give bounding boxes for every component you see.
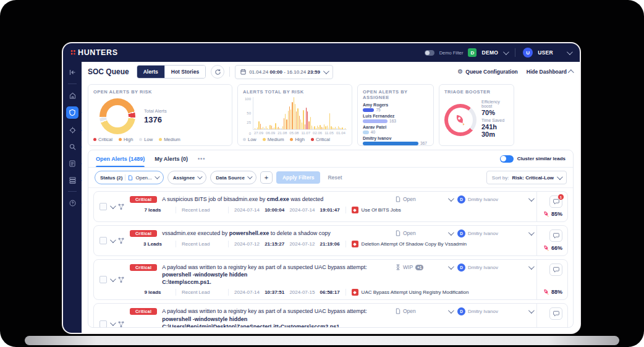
data-sources-icon[interactable]: › — [66, 174, 78, 186]
row-checkbox[interactable] — [100, 276, 107, 283]
comments-button[interactable] — [549, 229, 562, 242]
efficiency-value: 70% — [481, 109, 509, 116]
legend-dot — [311, 138, 314, 141]
add-filter-button[interactable]: + — [260, 171, 273, 184]
risk-area-legend: Low Medium High Critical — [243, 135, 347, 142]
severity-badge: Critical — [130, 308, 157, 315]
divider — [515, 48, 515, 57]
legend-dot — [159, 138, 162, 141]
chevron-down-icon — [528, 195, 535, 202]
detections-icon[interactable]: › — [66, 124, 78, 135]
comments-button[interactable] — [549, 263, 562, 276]
alert-title: A suspicious BITS job of bitsadmin.exe b… — [162, 195, 391, 203]
status-select[interactable]: Open — [396, 308, 452, 314]
alert-row[interactable]: Critical A payload was written to a regi… — [93, 303, 568, 327]
assignee-bar-item: Luis Fernandez 163 — [363, 114, 428, 123]
status-select[interactable]: Open — [396, 196, 452, 202]
status-select[interactable]: WIP +1 — [396, 264, 452, 270]
soc-queue-icon[interactable]: › — [66, 106, 78, 119]
leads-count: 9 leads — [130, 289, 176, 296]
dashboard-cards: OPEN ALERTS BY RISK Total Alerts 1376 Cr… — [82, 82, 580, 150]
cluster-similar-leads-toggle[interactable] — [500, 155, 514, 163]
alert-row[interactable]: Critical A payload was written to a regi… — [93, 259, 568, 300]
tab-alerts[interactable]: Alerts — [137, 66, 164, 78]
help-icon[interactable]: › — [66, 197, 78, 208]
open-alerts-by-assignee-card: OPEN ALERTS BY ASSIGNEE Amy Rogers 75 Lu… — [357, 84, 434, 146]
user-chevron-down-icon[interactable] — [567, 49, 573, 55]
detector-icon — [352, 207, 358, 213]
hunters-logo-mark-icon — [70, 49, 76, 56]
assignee-bar — [363, 131, 369, 134]
assignee-avatar: D — [457, 263, 465, 272]
user-avatar: U — [523, 48, 533, 58]
assignee-name: Dmitry Ivanov — [468, 309, 498, 314]
status-filter-chip[interactable]: Status (2) Open... — [95, 171, 164, 184]
comment-icon — [553, 311, 559, 317]
assignee-select[interactable]: D Dmitry Ivanov — [457, 263, 536, 272]
legend-dot — [290, 138, 293, 141]
alert-title: vssadmin.exe executed by powershell.exe … — [162, 229, 391, 237]
alert-row[interactable]: Critical A suspicious BITS job of bitsad… — [93, 191, 568, 222]
assignee-bar-chart: Amy Rogers 75 Luis Fernandez 163 Aarav P… — [363, 103, 428, 145]
reset-filters-button[interactable]: Reset — [324, 174, 345, 181]
divider — [68, 84, 77, 84]
tabs-more-button[interactable]: ••• — [198, 156, 205, 162]
comments-button[interactable] — [549, 307, 562, 320]
row-expand-chevron-icon[interactable] — [109, 320, 116, 326]
detector-cell: UAC Bypass Attempt Using Registry Modifi… — [345, 289, 475, 296]
search-icon[interactable]: › — [66, 141, 78, 152]
row-expand-chevron-icon[interactable] — [109, 203, 116, 209]
org-avatar: D — [468, 48, 477, 57]
reports-icon[interactable]: › — [66, 158, 78, 169]
apply-filters-button[interactable]: Apply Filters — [276, 171, 320, 184]
lead-times: 2024-07-14 10:00:04 2024-07-14 19:01:47 — [228, 207, 345, 213]
page-header: SOC Queue Alerts Hot Stories 01.04.24 00… — [82, 62, 580, 82]
risk-donut-chart — [100, 98, 135, 134]
assignee-filter-chip[interactable]: Assignee — [167, 171, 207, 184]
tab-open-alerts[interactable]: Open Alerts (1489) — [96, 150, 145, 167]
filter-bar: Status (2) Open... Assignee Data Source — [88, 168, 573, 188]
alert-row[interactable]: Critical vssadmin.exe executed by powers… — [93, 225, 568, 256]
data-source-filter-chip[interactable]: Data Source — [210, 171, 256, 184]
confidence-score: 85% — [543, 210, 562, 218]
collapse-sidebar-icon[interactable] — [66, 67, 78, 78]
legend-dot — [119, 138, 122, 141]
org-chevron-down-icon[interactable] — [503, 49, 509, 55]
refresh-button[interactable] — [211, 65, 224, 79]
efficiency-label: Efficiency boost — [481, 100, 509, 108]
comment-icon — [553, 233, 559, 239]
home-icon[interactable] — [66, 90, 78, 101]
card-title: TRIAGE BOOSTER — [444, 89, 509, 95]
row-expand-chevron-icon[interactable] — [109, 276, 116, 282]
row-checkbox[interactable] — [100, 203, 107, 210]
rocket-score-icon — [541, 288, 551, 298]
chevron-down-icon — [448, 229, 454, 236]
recent-lead-label: Recent Lead — [176, 241, 228, 247]
plot-area — [253, 97, 347, 130]
assignee-select[interactable]: D Dmitry Ivanov — [457, 195, 536, 203]
document-icon — [396, 196, 400, 202]
assignee-select[interactable]: D Dmitry Ivanov — [457, 307, 536, 315]
hide-dashboard-button[interactable]: Hide Dashboard — [527, 69, 574, 75]
assignee-select[interactable]: D Dmitry Ivanov — [457, 229, 536, 238]
comments-button[interactable]: 1 — [549, 195, 562, 208]
date-range-picker[interactable]: 01.04.24 00:00 - 16.10.24 23:59 — [235, 65, 333, 79]
leads-count: 7 leads — [130, 207, 176, 213]
assignee-name: Dmitry Ivanov — [363, 136, 428, 140]
row-checkbox[interactable] — [100, 237, 107, 244]
tab-hot-stories[interactable]: Hot Stories — [164, 66, 205, 78]
queue-configuration-button[interactable]: ⚙ Queue Configuration — [457, 69, 518, 75]
legend-dot — [139, 138, 142, 141]
recent-lead-label: Recent Lead — [176, 289, 228, 296]
assignee-avatar: D — [457, 195, 465, 203]
card-title: ALERTS TOTAL BY RISK — [243, 89, 347, 95]
calendar-icon — [240, 69, 246, 75]
row-checkbox[interactable] — [100, 320, 107, 327]
tab-my-alerts[interactable]: My Alerts (0) — [155, 150, 188, 167]
sort-select[interactable]: Sort by: Risk: Critical-Low — [486, 171, 567, 184]
status-select[interactable]: Open — [396, 230, 452, 236]
row-expand-chevron-icon[interactable] — [109, 237, 116, 243]
legend-item: High — [290, 137, 304, 142]
demo-filter-toggle[interactable] — [425, 50, 434, 56]
confidence-score: 66% — [543, 244, 562, 252]
